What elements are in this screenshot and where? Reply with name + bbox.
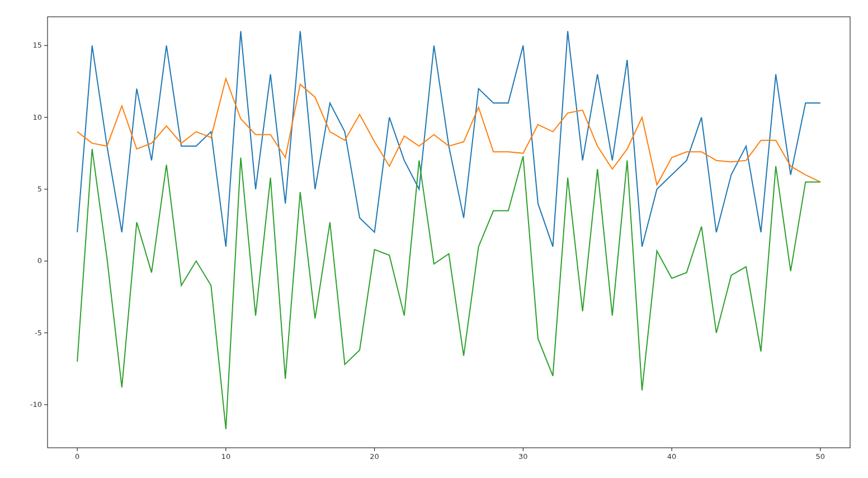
chart-container: -10-505101501020304050 (0, 0, 868, 478)
x-tick-label: 0 (75, 452, 79, 461)
x-tick-label: 30 (518, 452, 528, 461)
line-series-3 (77, 149, 820, 429)
line-chart: -10-505101501020304050 (0, 0, 868, 478)
y-tick-label: -10 (30, 400, 42, 409)
x-tick-label: 10 (221, 452, 231, 461)
x-tick-label: 20 (370, 452, 379, 461)
y-tick-label: 10 (32, 113, 42, 121)
x-tick-label: 40 (667, 452, 677, 461)
y-tick-label: 5 (37, 185, 42, 193)
y-tick-label: 0 (37, 256, 42, 265)
line-series-2 (77, 78, 820, 185)
plot-border (48, 17, 850, 448)
y-tick-label: 15 (32, 41, 42, 49)
line-series-1 (77, 31, 820, 247)
x-tick-label: 50 (816, 452, 825, 461)
y-tick-label: -5 (35, 329, 42, 337)
